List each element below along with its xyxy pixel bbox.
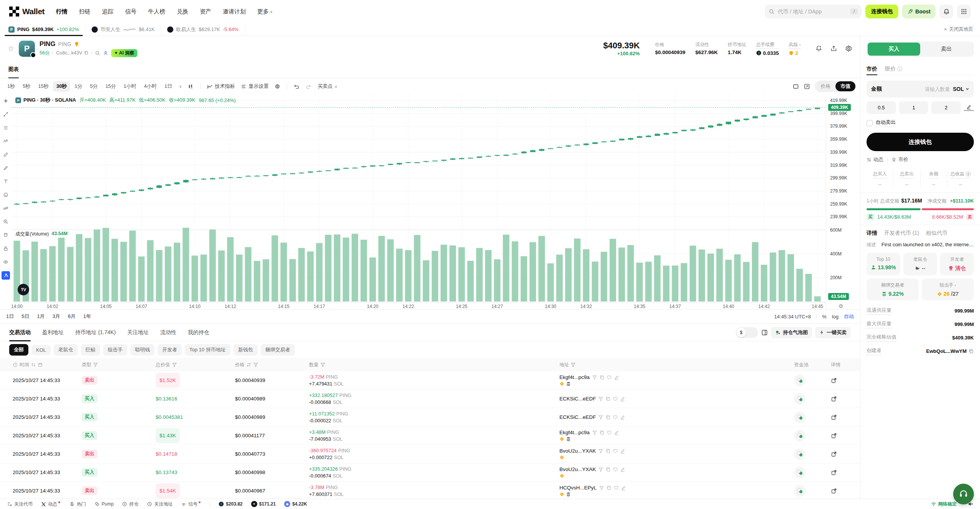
- nav-item-兑换[interactable]: 兑换: [177, 8, 188, 15]
- candle-style-icon[interactable]: [185, 82, 196, 91]
- notifications-button[interactable]: [939, 5, 953, 18]
- sidebar-connect-wallet-button[interactable]: 连接钱包: [867, 133, 974, 151]
- crosshair-tool[interactable]: [2, 97, 10, 105]
- table-row[interactable]: 2025/10/27 14:45:33卖出$1.52K$0.00040939-3…: [0, 371, 860, 390]
- chart-settings-gear-icon[interactable]: [272, 82, 283, 91]
- quick-amount-2[interactable]: 2: [931, 101, 961, 114]
- edit-amounts-icon[interactable]: [964, 104, 974, 111]
- timeframe-4小时[interactable]: 4小时: [141, 81, 160, 92]
- holdings-bubble-button[interactable]: 持仓气泡图: [771, 327, 812, 338]
- nav-item-行情[interactable]: 行情: [56, 8, 67, 15]
- okx-wallet-logo[interactable]: Wallet: [9, 7, 44, 16]
- tab-chart[interactable]: 图表: [8, 61, 19, 78]
- range-1月[interactable]: 1月: [37, 313, 44, 320]
- cell-address[interactable]: HCQvsH...EPyL: [559, 485, 794, 497]
- emoji-tool[interactable]: [2, 191, 10, 199]
- external-link-icon[interactable]: [831, 377, 859, 384]
- display-settings-button[interactable]: 显示设置: [238, 81, 271, 91]
- fib-tool[interactable]: [2, 124, 10, 132]
- activity-tab-我的持仓[interactable]: 我的持仓: [188, 324, 209, 341]
- table-row[interactable]: 2025/10/27 14:45:33买入$0.0045381$0.000409…: [0, 408, 860, 427]
- external-link-icon[interactable]: [831, 469, 859, 476]
- text-tool[interactable]: [2, 177, 10, 186]
- timeframe-15分[interactable]: 15分: [102, 81, 119, 92]
- pool-capsule-icon[interactable]: [794, 467, 806, 478]
- column-header-数量[interactable]: 数量: [309, 362, 559, 368]
- statusbar-热门[interactable]: 热门: [69, 501, 86, 507]
- nav-item-追踪[interactable]: 追踪: [102, 8, 113, 15]
- filter-chip-KOL[interactable]: KOL: [31, 345, 51, 355]
- statusbar-关注代币[interactable]: 关注代币: [7, 501, 33, 507]
- timeframe-5秒[interactable]: 5秒: [19, 81, 34, 92]
- statusbar-Pump[interactable]: Pump: [94, 501, 113, 507]
- search-input[interactable]: [778, 8, 847, 15]
- range-1年[interactable]: 1年: [83, 313, 91, 320]
- trade-marks-dropdown[interactable]: 买卖点∨: [315, 81, 340, 91]
- indicators-button[interactable]: 技术指标: [204, 81, 237, 91]
- timeframe-1小时[interactable]: 1小时: [120, 81, 140, 92]
- activity-tab-关注地址[interactable]: 关注地址: [127, 324, 149, 341]
- column-header-类型[interactable]: 类型: [82, 362, 156, 368]
- pattern-tool[interactable]: [2, 137, 10, 145]
- nav-item-扫链[interactable]: 扫链: [79, 8, 90, 15]
- tradingview-logo[interactable]: TV: [18, 284, 29, 295]
- trendline-tool[interactable]: [2, 110, 10, 119]
- cell-address[interactable]: ECKSiC...eEDF: [559, 414, 794, 420]
- brush-tool[interactable]: [2, 150, 10, 159]
- nav-item-资产[interactable]: 资产: [200, 8, 211, 15]
- boost-button[interactable]: Boost: [902, 5, 936, 18]
- table-row[interactable]: 2025/10/27 14:45:33买入$1.43K$0.00041177+3…: [0, 427, 860, 445]
- pool-capsule-icon[interactable]: [794, 375, 806, 386]
- timeframe-1日[interactable]: 1日: [161, 81, 176, 92]
- external-link-icon[interactable]: [831, 451, 859, 457]
- external-link-icon[interactable]: [831, 488, 859, 494]
- chart-clock[interactable]: 14:45:34 UTC+8: [774, 314, 811, 320]
- range-6月[interactable]: 6月: [68, 313, 76, 320]
- cell-address[interactable]: BvoU2u...YXAK: [559, 448, 794, 460]
- pool-capsule-icon[interactable]: [794, 448, 806, 460]
- axis-settings-icon[interactable]: ⚙: [839, 303, 844, 309]
- ticker-eth[interactable]: ◆$4.22K: [284, 501, 307, 507]
- statusbar-关注地址[interactable]: 关注地址: [147, 501, 173, 507]
- quick-amount-1[interactable]: 1: [899, 101, 929, 114]
- statusbar-动态[interactable]: 动态: [41, 501, 61, 507]
- column-header-总价值[interactable]: 总价值: [156, 362, 235, 368]
- dynamic-slippage[interactable]: 动态: [867, 156, 883, 163]
- timeframe-5分[interactable]: 5分: [87, 81, 101, 92]
- range-3月[interactable]: 3月: [53, 313, 60, 320]
- tab-limit-order[interactable]: 限价i: [885, 63, 902, 75]
- pool-capsule-icon[interactable]: [794, 393, 806, 405]
- risk-card-老鼠仓[interactable]: 老鼠仓--: [903, 253, 937, 275]
- connect-wallet-button[interactable]: 连接钱包: [865, 5, 898, 18]
- pool-capsule-icon[interactable]: [794, 485, 806, 497]
- timeframe-dropdown[interactable]: ∨: [176, 83, 184, 90]
- statusbar-持仓[interactable]: 持仓: [122, 501, 138, 507]
- holder-person-icon[interactable]: [103, 51, 108, 56]
- column-header-时间[interactable]: 时间: [13, 362, 82, 368]
- percent-scale-button[interactable]: %: [822, 314, 827, 320]
- range-5日[interactable]: 5日: [21, 313, 29, 320]
- cell-address[interactable]: Ekgf4t...pc9a: [559, 430, 794, 441]
- column-header-详情[interactable]: 详情: [831, 362, 859, 368]
- tab-market-order[interactable]: 市价: [867, 63, 877, 75]
- external-link-icon[interactable]: [831, 433, 859, 439]
- timeframe-15秒[interactable]: 15秒: [35, 81, 52, 92]
- timeframe-30秒[interactable]: 30秒: [53, 81, 70, 92]
- activity-tab-流动性[interactable]: 流动性: [160, 324, 176, 341]
- cell-address[interactable]: BvoU2u...YXAK: [559, 466, 794, 478]
- risk-card-Top 10[interactable]: Top 1013.98%: [867, 253, 900, 275]
- token-tab-币安人生[interactable]: 币安人生$6.41K: [86, 23, 161, 36]
- filter-chip-开发者[interactable]: 开发者: [158, 344, 182, 356]
- close-other-tabs-button[interactable]: ×关闭其他页: [944, 23, 980, 36]
- detail-tab-相似代币[interactable]: 相似代币: [926, 230, 947, 237]
- filter-chip-老鼠仓[interactable]: 老鼠仓: [54, 344, 78, 356]
- cell-address[interactable]: ECKSiC...eEDF: [559, 396, 794, 402]
- copy-icon[interactable]: [84, 51, 89, 55]
- market-price-mode[interactable]: 市价: [891, 156, 908, 163]
- external-link-icon[interactable]: [831, 396, 859, 402]
- ticker-bnb[interactable]: ✦$171.21: [251, 501, 276, 507]
- risk-card-捆绑交易者[interactable]: 捆绑交易者9.22%: [867, 278, 919, 300]
- tab-sell[interactable]: 卖出: [920, 43, 973, 56]
- risk-card-开发者[interactable]: 开发者清仓: [940, 253, 974, 275]
- filter-chip-新钱包[interactable]: 新钱包: [233, 344, 258, 356]
